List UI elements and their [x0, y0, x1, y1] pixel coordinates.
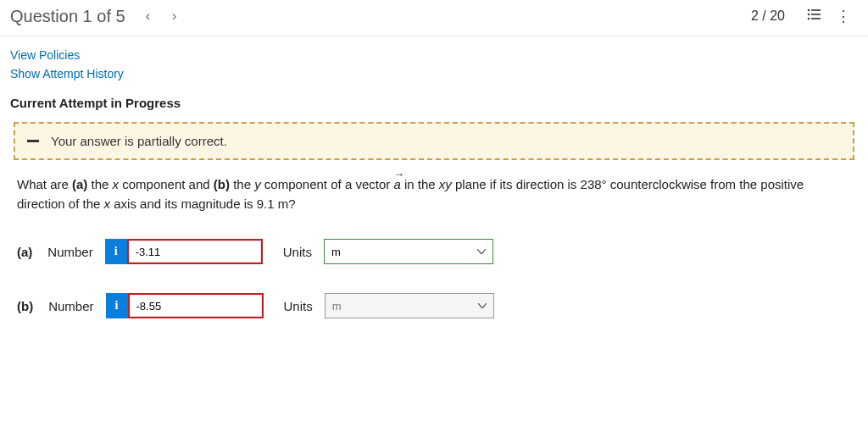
svg-point-3 [809, 14, 810, 15]
question-title: Question 1 of 5 [10, 7, 125, 26]
number-input-a[interactable] [127, 239, 263, 264]
prev-question-button[interactable]: ‹ [142, 7, 153, 25]
question-text: What are (a) the x component and (b) the… [17, 175, 851, 213]
units-select-b[interactable]: m [325, 293, 494, 318]
svg-point-1 [809, 10, 810, 11]
svg-point-5 [809, 19, 810, 19]
info-icon[interactable]: i [105, 239, 127, 264]
question-header: Question 1 of 5 ‹ › 2 / 20 ⋮ [0, 0, 868, 36]
list-icon[interactable] [800, 3, 829, 29]
answer-row-a: (a) Number i Units m [17, 239, 851, 264]
part-b-label: (b) [17, 299, 33, 313]
show-attempt-history-link[interactable]: Show Attempt History [10, 67, 858, 80]
next-question-button[interactable]: › [169, 7, 180, 25]
answer-row-b: (b) Number i Units m [17, 293, 851, 318]
partial-correct-alert: Your answer is partially correct. [14, 122, 854, 160]
minus-icon [27, 140, 39, 142]
units-label-b: Units [284, 299, 313, 313]
view-policies-link[interactable]: View Policies [10, 48, 858, 62]
units-select-a[interactable]: m [324, 239, 493, 264]
number-label-a: Number [47, 245, 92, 259]
vector-a-symbol: a [393, 175, 400, 195]
units-label-a: Units [283, 245, 312, 259]
alert-message: Your answer is partially correct. [51, 134, 227, 148]
attempt-counter: 2 / 20 [751, 8, 785, 24]
attempt-status-heading: Current Attempt in Progress [10, 96, 858, 110]
number-label-b: Number [48, 299, 93, 313]
question-body: View Policies Show Attempt History Curre… [0, 36, 868, 318]
number-input-b[interactable] [128, 293, 264, 318]
more-options-icon[interactable]: ⋮ [829, 5, 858, 27]
part-a-label: (a) [17, 245, 32, 259]
info-icon[interactable]: i [106, 293, 128, 318]
nav-arrows: ‹ › [142, 7, 181, 25]
